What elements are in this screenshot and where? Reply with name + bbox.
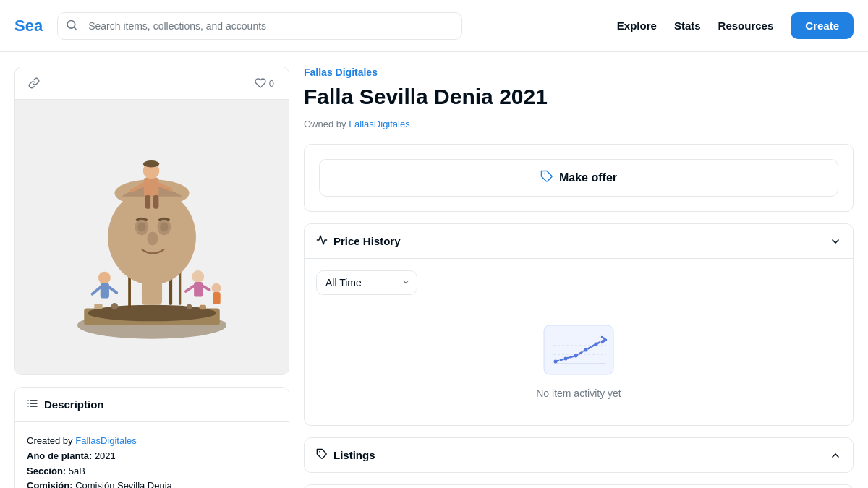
header: Sea Explore Stats Resources Create bbox=[0, 0, 868, 52]
nav-explore[interactable]: Explore bbox=[617, 20, 657, 32]
created-by-line: Created by FallasDigitales bbox=[27, 434, 277, 449]
listings-header[interactable]: Listings bbox=[305, 438, 853, 472]
svg-rect-24 bbox=[145, 195, 151, 209]
image-toolbar: 0 bbox=[15, 67, 289, 100]
heart-icon bbox=[255, 77, 266, 89]
desc-label-1: Año de plantá: bbox=[27, 450, 95, 461]
svg-line-34 bbox=[203, 286, 209, 291]
svg-rect-25 bbox=[153, 195, 159, 209]
svg-rect-6 bbox=[200, 305, 206, 310]
desc-line-3: Comisión: Comisión Sevilla Denia bbox=[27, 479, 277, 488]
make-offer-label: Make offer bbox=[559, 171, 617, 184]
logo: Sea bbox=[14, 17, 43, 35]
svg-point-52 bbox=[595, 343, 598, 346]
svg-point-48 bbox=[554, 360, 558, 364]
description-card: Description Created by FallasDigitales A… bbox=[14, 387, 289, 488]
creator-link[interactable]: FallasDigitales bbox=[75, 435, 137, 446]
svg-rect-5 bbox=[94, 304, 102, 309]
search-input[interactable] bbox=[57, 12, 462, 40]
svg-line-33 bbox=[186, 286, 194, 292]
favorite-count: 0 bbox=[269, 78, 274, 89]
listings-header-left: Listings bbox=[316, 448, 375, 462]
svg-point-27 bbox=[98, 272, 111, 284]
right-panel: Fallas Digitales Falla Sevilla Denia 202… bbox=[304, 67, 854, 488]
description-content: Created by FallasDigitales Año de plantá… bbox=[15, 422, 289, 488]
price-history-header[interactable]: Price History bbox=[305, 224, 853, 258]
owned-by-label: Owned by bbox=[304, 119, 346, 129]
price-history-content: All Time Last 7 Days Last 14 Days Last 3… bbox=[305, 258, 853, 425]
svg-line-30 bbox=[109, 287, 116, 293]
desc-label-2: Sección: bbox=[27, 466, 69, 476]
svg-line-1 bbox=[74, 27, 76, 29]
main-container: 0 bbox=[0, 52, 868, 488]
no-activity-icon bbox=[542, 321, 615, 379]
listings-title: Listings bbox=[333, 449, 375, 461]
svg-rect-32 bbox=[194, 282, 203, 297]
svg-point-7 bbox=[111, 303, 118, 309]
desc-val-2: 5aB bbox=[69, 466, 85, 476]
svg-rect-18 bbox=[142, 281, 162, 305]
offers-header[interactable]: Offers bbox=[305, 485, 853, 488]
listings-card: Listings bbox=[304, 437, 854, 473]
nav-stats[interactable]: Stats bbox=[674, 20, 701, 32]
tag-icon bbox=[540, 170, 553, 186]
listings-chevron bbox=[830, 450, 841, 461]
description-icon bbox=[27, 398, 38, 411]
action-card: Make offer bbox=[304, 144, 854, 212]
chart-icon bbox=[316, 234, 328, 248]
search-icon bbox=[66, 19, 77, 33]
time-filter-select[interactable]: All Time Last 7 Days Last 14 Days Last 3… bbox=[316, 270, 417, 295]
favorite-button[interactable]: 0 bbox=[250, 74, 278, 92]
svg-line-29 bbox=[93, 287, 101, 294]
nav-resources[interactable]: Resources bbox=[718, 20, 774, 32]
svg-rect-44 bbox=[544, 325, 613, 374]
no-activity-area: No item activity yet bbox=[316, 307, 841, 414]
nft-artwork bbox=[58, 129, 246, 346]
desc-val-3: Comisión Sevilla Denia bbox=[75, 480, 172, 488]
svg-point-35 bbox=[212, 283, 221, 293]
link-icon-btn[interactable] bbox=[25, 74, 43, 92]
svg-point-31 bbox=[192, 270, 204, 283]
nav-create[interactable]: Create bbox=[791, 12, 854, 39]
created-by-label: Created by bbox=[27, 435, 73, 446]
collection-link[interactable]: Fallas Digitales bbox=[304, 67, 854, 78]
price-history-chevron bbox=[830, 236, 841, 247]
desc-line-1: Año de plantá: 2021 bbox=[27, 449, 277, 464]
nft-title: Falla Sevilla Denia 2021 bbox=[304, 84, 854, 110]
svg-point-17 bbox=[147, 232, 158, 246]
nft-image-card: 0 bbox=[14, 67, 289, 375]
svg-point-26 bbox=[143, 160, 160, 167]
link-icon bbox=[28, 77, 40, 89]
owned-by: Owned by FallasDigitales bbox=[304, 119, 854, 129]
price-history-card: Price History All Time Last 7 Days Last … bbox=[304, 223, 854, 426]
svg-rect-36 bbox=[213, 292, 220, 304]
svg-point-16 bbox=[160, 222, 168, 231]
make-offer-button[interactable]: Make offer bbox=[319, 159, 838, 197]
header-nav: Explore Stats Resources Create bbox=[617, 12, 854, 39]
desc-label-3: Comisión: bbox=[27, 480, 75, 488]
description-title: Description bbox=[44, 398, 104, 411]
svg-point-50 bbox=[574, 354, 578, 358]
svg-rect-20 bbox=[144, 178, 159, 197]
listings-icon bbox=[316, 448, 328, 462]
svg-point-4 bbox=[88, 305, 216, 322]
svg-point-49 bbox=[564, 357, 568, 361]
left-panel: 0 bbox=[14, 67, 289, 488]
description-header: Description bbox=[15, 388, 289, 422]
no-activity-text: No item activity yet bbox=[536, 388, 621, 399]
price-history-header-left: Price History bbox=[316, 234, 401, 248]
desc-line-2: Sección: 5aB bbox=[27, 464, 277, 479]
price-history-title: Price History bbox=[333, 235, 401, 247]
svg-point-15 bbox=[137, 222, 145, 231]
offers-card: Offers bbox=[304, 484, 854, 488]
nft-image-area bbox=[15, 100, 289, 374]
svg-rect-28 bbox=[101, 283, 109, 299]
search-container bbox=[57, 12, 462, 40]
time-filter[interactable]: All Time Last 7 Days Last 14 Days Last 3… bbox=[316, 270, 417, 295]
svg-point-8 bbox=[187, 304, 192, 310]
owner-link[interactable]: FallasDigitales bbox=[349, 119, 410, 129]
svg-point-51 bbox=[584, 348, 588, 352]
desc-val-1: 2021 bbox=[95, 450, 116, 461]
